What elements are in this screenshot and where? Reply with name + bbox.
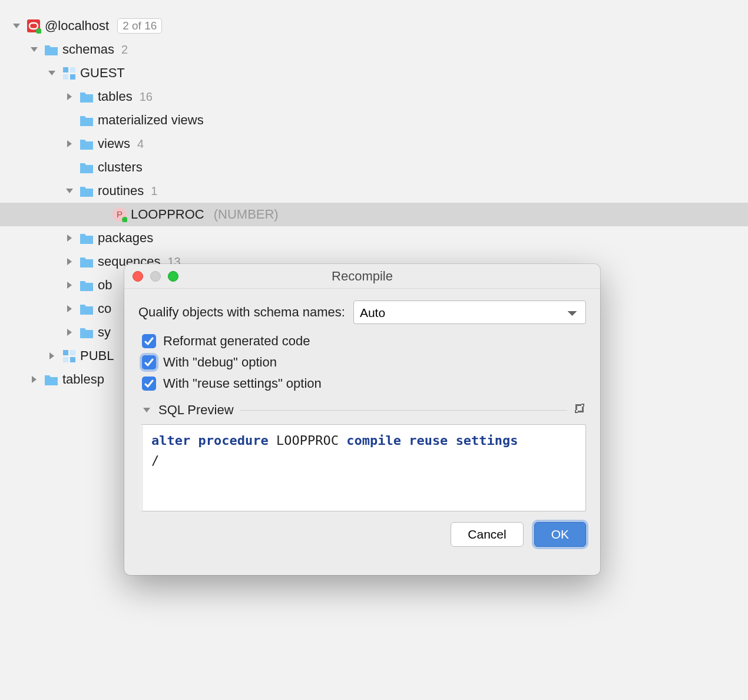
tree-node-routines[interactable]: routines 1 — [0, 179, 748, 203]
chevron-right-icon[interactable] — [64, 326, 75, 338]
tree-label: PUBL — [80, 348, 114, 364]
divider — [240, 410, 567, 411]
qualify-select[interactable]: Auto — [353, 301, 586, 324]
schema-icon — [61, 65, 77, 81]
cancel-button[interactable]: Cancel — [451, 522, 523, 547]
recompile-dialog: Recompile Qualify objects with schema na… — [124, 264, 600, 575]
folder-icon — [79, 183, 94, 199]
tree-label: clusters — [98, 160, 143, 175]
folder-icon — [79, 278, 94, 293]
tree-label: ob — [98, 278, 112, 293]
chevron-right-icon[interactable] — [64, 303, 75, 315]
count-label: 4 — [137, 137, 144, 151]
checkbox-label: With "debug" option — [163, 355, 277, 370]
tree-node-guest[interactable]: GUEST — [0, 61, 748, 85]
chevron-down-icon[interactable] — [46, 67, 58, 79]
schema-icon — [61, 348, 77, 364]
count-label: 1 — [151, 184, 157, 198]
tree-label: GUEST — [80, 65, 125, 81]
count-label: 2 — [121, 43, 128, 57]
section-title: SQL Preview — [158, 402, 234, 418]
oracle-icon — [26, 18, 41, 34]
tree-label: materialized views — [98, 113, 204, 128]
folder-icon — [79, 325, 94, 340]
tree-node-schemas[interactable]: schemas 2 — [0, 38, 748, 61]
count-badge: 2 of 16 — [117, 18, 162, 34]
chevron-right-icon[interactable] — [64, 91, 75, 103]
tree-node-clusters[interactable]: clusters — [0, 156, 748, 179]
tree-node-views[interactable]: views 4 — [0, 132, 748, 156]
reformat-checkbox-row[interactable]: Reformat generated code — [142, 334, 586, 349]
checkbox-icon[interactable] — [142, 355, 156, 369]
folder-icon — [79, 254, 94, 269]
sql-preview[interactable]: alter procedure LOOPPROC compile reuse s… — [138, 424, 586, 511]
folder-icon — [44, 42, 59, 57]
folder-icon — [79, 230, 94, 246]
procedure-icon — [112, 207, 127, 222]
folder-icon — [79, 113, 94, 128]
titlebar: Recompile — [124, 264, 600, 289]
folder-icon — [79, 136, 94, 151]
tree-label: co — [98, 301, 111, 316]
tree-label: schemas — [62, 42, 114, 57]
count-label: 16 — [140, 90, 153, 104]
ok-button[interactable]: OK — [534, 522, 586, 547]
debug-checkbox-row[interactable]: With "debug" option — [142, 355, 586, 370]
tree-label: @localhost — [45, 18, 109, 34]
chevron-right-icon[interactable] — [64, 232, 75, 244]
tree-label: LOOPPROC — [131, 207, 204, 222]
folder-icon — [79, 89, 94, 104]
checkbox-icon[interactable] — [142, 377, 156, 391]
folder-icon — [79, 301, 94, 316]
tree-label: tables — [98, 89, 133, 104]
chevron-down-icon[interactable] — [11, 20, 22, 32]
sql-preview-header[interactable]: SQL Preview — [141, 402, 586, 418]
checkbox-icon[interactable] — [142, 334, 156, 348]
checkbox-label: Reformat generated code — [163, 334, 310, 349]
chevron-right-icon[interactable] — [46, 350, 58, 362]
dialog-title: Recompile — [124, 269, 600, 284]
chevron-right-icon[interactable] — [64, 138, 75, 150]
qualify-label: Qualify objects with schema names: — [138, 305, 345, 320]
tree-node-loopproc[interactable]: LOOPPROC (NUMBER) — [0, 203, 748, 226]
tree-label: views — [98, 136, 130, 151]
chevron-down-icon[interactable] — [28, 44, 40, 55]
chevron-right-icon[interactable] — [64, 279, 75, 291]
tree-node-materialized-views[interactable]: materialized views — [0, 108, 748, 132]
chevron-right-icon[interactable] — [28, 374, 40, 385]
tree-label: tablesp — [62, 372, 104, 387]
tree-node-tables[interactable]: tables 16 — [0, 85, 748, 108]
tree-node-packages[interactable]: packages — [0, 226, 748, 250]
type-label: (NUMBER) — [214, 207, 279, 222]
tree-node-connection[interactable]: @localhost 2 of 16 — [0, 14, 748, 38]
folder-icon — [44, 372, 59, 387]
expand-icon[interactable] — [573, 402, 586, 418]
tree-label: routines — [98, 183, 144, 199]
reuse-checkbox-row[interactable]: With "reuse settings" option — [142, 376, 586, 391]
chevron-down-icon[interactable] — [141, 404, 153, 416]
folder-icon — [79, 160, 94, 175]
tree-label: sy — [98, 325, 111, 340]
chevron-down-icon[interactable] — [64, 185, 75, 197]
tree-label: packages — [98, 230, 153, 246]
checkbox-label: With "reuse settings" option — [163, 376, 322, 391]
chevron-right-icon[interactable] — [64, 256, 75, 268]
